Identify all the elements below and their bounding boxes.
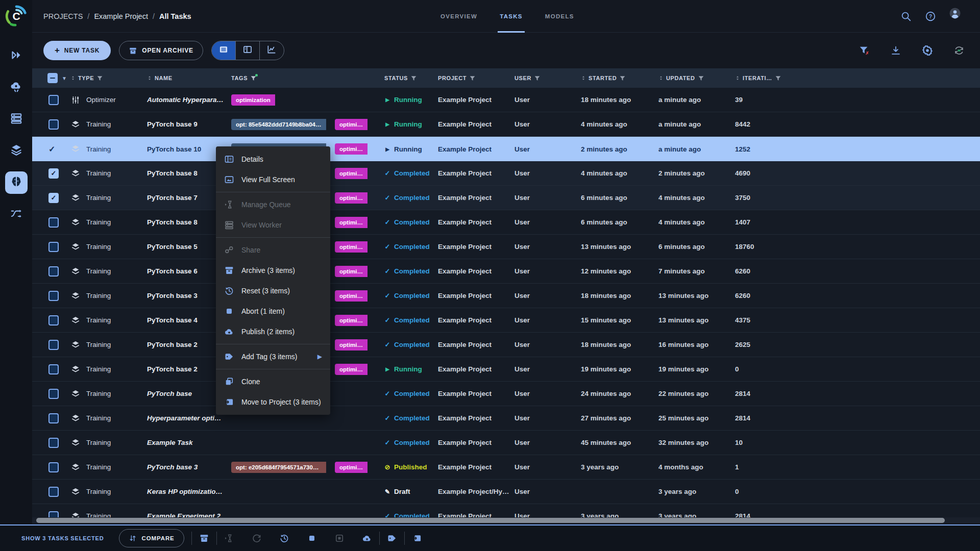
- row-checkbox[interactable]: [48, 242, 59, 252]
- column-header-type[interactable]: TYPE: [70, 75, 147, 82]
- row-checkbox[interactable]: [48, 438, 59, 448]
- filter-icon[interactable]: [469, 75, 476, 82]
- menu-item-details[interactable]: Details: [216, 149, 330, 169]
- filter-icon[interactable]: [698, 75, 704, 82]
- breadcrumb-project[interactable]: Example Project: [94, 12, 148, 20]
- filter-icon[interactable]: [775, 75, 781, 82]
- footer-tag-icon[interactable]: [387, 533, 397, 543]
- filter-icon[interactable]: [410, 75, 417, 82]
- new-task-button[interactable]: + NEW TASK: [43, 41, 111, 60]
- selected-count-label[interactable]: SHOW 3 TASKS SELECTED: [21, 535, 104, 541]
- sidebar-item-pipelines[interactable]: [5, 203, 28, 226]
- auto-refresh-icon[interactable]: [953, 45, 965, 56]
- tag-pill[interactable]: optimization: [231, 94, 275, 106]
- task-name[interactable]: Keras HP optimization base: [147, 488, 231, 495]
- task-row[interactable]: ✓TrainingPyTorch base 7opt: …optimi…✓Com…: [32, 186, 980, 210]
- column-header-iterati[interactable]: ITERATI…: [735, 75, 980, 82]
- row-checkbox[interactable]: [48, 340, 59, 350]
- task-row[interactable]: TrainingKeras HP optimization base✎Draft…: [32, 480, 980, 504]
- filter-icon[interactable]: [534, 75, 541, 82]
- filter-icon[interactable]: [96, 75, 103, 82]
- sort-icon[interactable]: [70, 75, 76, 81]
- tag-pill[interactable]: optimi…: [335, 119, 368, 130]
- tag-pill[interactable]: optimi…: [335, 266, 368, 277]
- settings-icon[interactable]: [922, 45, 933, 56]
- row-checkbox[interactable]: ✓: [48, 168, 59, 179]
- sidebar-item-workers[interactable]: [5, 108, 28, 131]
- task-row[interactable]: TrainingHyperparameter optimizati…✓Compl…: [32, 406, 980, 431]
- task-name[interactable]: Hyperparameter optimizati…: [147, 414, 231, 422]
- tag-pill[interactable]: optimi…: [335, 143, 368, 155]
- task-row[interactable]: ✓TrainingPyTorch base 8opt: …optimi…✓Com…: [32, 161, 980, 186]
- row-checkbox[interactable]: [48, 217, 59, 228]
- tag-pill[interactable]: optimi…: [335, 241, 368, 253]
- column-header-user[interactable]: USER: [514, 75, 581, 82]
- task-row[interactable]: TrainingExample Experiment 2✓CompletedEx…: [32, 504, 980, 518]
- column-header-tags[interactable]: TAGS: [231, 75, 384, 82]
- filter-icon[interactable]: [250, 75, 257, 82]
- row-checkbox[interactable]: [48, 95, 59, 105]
- task-row[interactable]: TrainingPyTorch base 3opt: e205d684f7954…: [32, 455, 980, 480]
- task-row[interactable]: TrainingPyTorch base 8opt: …optimi…✓Comp…: [32, 210, 980, 235]
- footer-archive-icon[interactable]: [199, 533, 209, 543]
- sidebar-item-projects-brain[interactable]: [5, 171, 28, 194]
- row-checkbox[interactable]: [48, 413, 59, 423]
- task-row[interactable]: TrainingPyTorch base 2opt: …optimi…▶Runn…: [32, 357, 980, 382]
- row-checkbox[interactable]: [48, 119, 59, 130]
- open-archive-button[interactable]: OPEN ARCHIVE: [119, 41, 203, 60]
- menu-item-publish-items[interactable]: Publish (2 items): [216, 321, 330, 342]
- task-row[interactable]: TrainingPyTorch base 3opt: …optimi…✓Comp…: [32, 284, 980, 308]
- menu-item-clone[interactable]: Clone: [216, 371, 330, 392]
- tab-tasks[interactable]: TASKS: [500, 0, 523, 33]
- task-row[interactable]: TrainingPyTorch base 4opt: …optimi…✓Comp…: [32, 308, 980, 333]
- tab-overview[interactable]: OVERVIEW: [440, 0, 477, 33]
- sort-icon[interactable]: [658, 75, 664, 81]
- chevron-down-icon[interactable]: ▼: [62, 76, 67, 81]
- help-icon[interactable]: ?: [925, 11, 936, 22]
- menu-item-archive-items[interactable]: Archive (3 items): [216, 260, 330, 281]
- breadcrumb-projects[interactable]: PROJECTS: [43, 12, 83, 20]
- clearml-logo-icon[interactable]: C: [5, 4, 28, 28]
- task-name[interactable]: Example Task: [147, 439, 231, 446]
- column-header-project[interactable]: PROJECT: [438, 75, 514, 82]
- compare-button[interactable]: COMPARE: [119, 529, 184, 547]
- task-row[interactable]: TrainingPyTorch base✓CompletedExample Pr…: [32, 382, 980, 406]
- tag-pill[interactable]: optimi…: [335, 462, 368, 473]
- footer-publish-icon[interactable]: [362, 533, 372, 543]
- task-row[interactable]: TrainingPyTorch base 2opt: …optimi…✓Comp…: [32, 333, 980, 357]
- menu-item-abort-item[interactable]: Abort (1 item): [216, 301, 330, 321]
- menu-item-reset-items[interactable]: Reset (3 items): [216, 281, 330, 301]
- task-row[interactable]: ✓TrainingPyTorch base 10opt: …optimi…▶Ru…: [32, 137, 980, 161]
- footer-abort-icon[interactable]: [307, 533, 317, 543]
- task-name[interactable]: PyTorch base 3: [147, 463, 231, 471]
- chart-view-icon[interactable]: [260, 41, 284, 60]
- sort-icon[interactable]: [581, 75, 586, 81]
- tab-models[interactable]: MODELS: [545, 0, 574, 33]
- tag-pill[interactable]: optimi…: [335, 290, 368, 302]
- row-checkbox[interactable]: [48, 291, 59, 301]
- row-checkbox[interactable]: [48, 364, 59, 374]
- tag-pill[interactable]: optimi…: [335, 364, 368, 375]
- task-row[interactable]: OptimizerAutomatic Hyperparamete…optimiz…: [32, 88, 980, 112]
- horizontal-scrollbar-thumb[interactable]: [36, 518, 945, 523]
- sidebar-item-cloud-gear[interactable]: [5, 77, 28, 99]
- task-name[interactable]: Automatic Hyperparamete…: [147, 96, 231, 104]
- task-row[interactable]: TrainingExample Task✓CompletedExample Pr…: [32, 431, 980, 455]
- tag-pill[interactable]: opt: 85e5482ddd7149b8ba04…: [231, 119, 326, 130]
- footer-reset-icon[interactable]: [279, 533, 289, 543]
- task-row[interactable]: TrainingPyTorch base 5opt: …optimi…✓Comp…: [32, 235, 980, 259]
- download-icon[interactable]: [890, 45, 901, 56]
- tag-pill[interactable]: optimi…: [335, 168, 368, 179]
- task-name[interactable]: PyTorch base 9: [147, 120, 231, 128]
- column-header-updated[interactable]: UPDATED: [658, 75, 735, 82]
- sort-icon[interactable]: [147, 75, 152, 81]
- task-row[interactable]: TrainingPyTorch base 6opt: …optimi…✓Comp…: [32, 259, 980, 284]
- table-view-icon[interactable]: [212, 41, 236, 60]
- row-checkbox[interactable]: [48, 315, 59, 325]
- row-selected-checkmark[interactable]: ✓: [48, 145, 55, 154]
- search-icon[interactable]: [900, 11, 912, 22]
- tag-pill[interactable]: optimi…: [335, 339, 368, 350]
- menu-item-move-to-project-items[interactable]: Move to Project (3 items): [216, 392, 330, 412]
- sidebar-item-getting-started[interactable]: [5, 45, 28, 67]
- tag-pill[interactable]: optimi…: [335, 217, 368, 228]
